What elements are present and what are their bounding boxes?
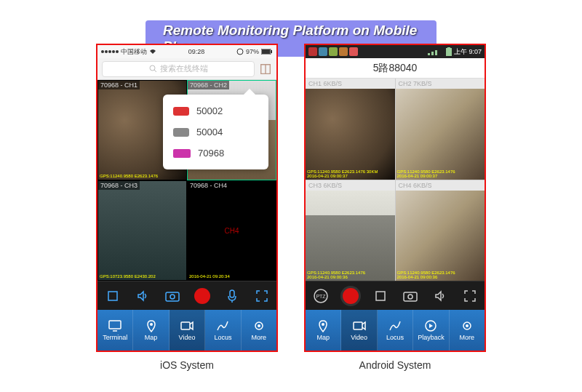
nav-label: More — [460, 334, 475, 341]
status-icon — [329, 47, 338, 56]
nav-label: Video — [351, 334, 367, 341]
bookmark-icon[interactable] — [259, 63, 272, 76]
tile-label: CH4 6KB/S — [396, 180, 485, 191]
android-phone: 上午 9:07 5路88040 CH1 6KB/S GPS:11240.9580… — [304, 44, 486, 352]
tile-label: 70968 - CH1 — [98, 81, 140, 89]
search-placeholder: 搜索在线终端 — [160, 63, 208, 74]
nav-label: Locus — [386, 334, 404, 341]
ios-caption: iOS System — [96, 359, 278, 371]
svg-rect-16 — [446, 48, 452, 56]
record-button[interactable] — [341, 287, 360, 305]
nav-playback[interactable]: Playback — [413, 310, 449, 351]
nav-label: Locus — [214, 334, 231, 341]
expand-button[interactable] — [252, 287, 271, 305]
bus-icon — [173, 149, 191, 158]
feed-overlay: GPS:11240.9580 E2623.14762016-04-21 09:0… — [397, 169, 455, 178]
android-bottom-nav: Map Video Locus Playback — [306, 310, 485, 351]
video-tile-ch3[interactable]: 70968 - CH3 GPS:10723.9580 E2430.202 — [97, 180, 187, 281]
vehicle-popup: 50002 50004 70968 — [163, 95, 268, 169]
gear-icon — [252, 319, 266, 332]
gear-icon — [460, 319, 474, 332]
video-icon — [352, 319, 367, 332]
svg-rect-20 — [376, 292, 385, 300]
svg-text:PTZ: PTZ — [316, 294, 326, 299]
expand-button[interactable] — [461, 287, 479, 305]
status-icon — [319, 47, 327, 56]
android-time: 上午 9:07 — [454, 47, 482, 57]
snapshot-button[interactable] — [401, 287, 420, 305]
svg-rect-10 — [109, 321, 121, 329]
nav-video[interactable]: Video — [341, 310, 377, 351]
status-icon — [308, 47, 317, 56]
nav-label: Map — [316, 334, 330, 341]
svg-point-4 — [150, 65, 155, 71]
vehicle-option[interactable]: 70968 — [163, 143, 268, 164]
phones-container: 中国移动 09:28 97% 搜索在线终端 — [0, 44, 582, 371]
ios-time: 09:28 — [188, 48, 205, 55]
vehicle-id: 50002 — [196, 105, 223, 116]
stop-button[interactable] — [371, 287, 390, 305]
svg-rect-21 — [404, 292, 417, 301]
vehicle-option[interactable]: 50002 — [163, 100, 268, 121]
video-tile-ch3[interactable]: CH3 6KB/S GPS:11240.9580 E2623.14762016-… — [306, 180, 395, 281]
svg-point-8 — [170, 295, 175, 299]
vehicle-id: 70968 — [198, 148, 224, 159]
nav-more[interactable]: More — [450, 310, 485, 351]
svg-point-27 — [466, 324, 469, 327]
locus-icon — [388, 319, 402, 332]
android-caption: Android System — [304, 359, 486, 371]
nav-locus[interactable]: Locus — [378, 310, 413, 351]
nav-locus[interactable]: Locus — [205, 310, 241, 351]
tile-label: 70968 - CH4 — [188, 181, 229, 190]
nav-label: More — [252, 334, 267, 341]
video-tile-ch4[interactable]: 70968 - CH4 CH4 2016-04-21 09:20:34 — [187, 180, 276, 281]
svg-rect-13 — [181, 322, 190, 329]
battery-pct: 97% — [246, 48, 259, 55]
signal-dots-icon — [101, 50, 119, 53]
search-icon — [149, 65, 157, 73]
feed-overlay: 2016-04-21 09:20:34 — [189, 274, 230, 279]
ios-phone: 中国移动 09:28 97% 搜索在线终端 — [96, 44, 278, 352]
nav-label: Video — [179, 334, 196, 341]
nav-map[interactable]: Map — [306, 310, 341, 351]
nav-more[interactable]: More — [242, 310, 276, 351]
stop-button[interactable] — [103, 287, 122, 305]
sound-button[interactable] — [133, 287, 152, 305]
nav-label: Map — [145, 334, 158, 341]
svg-point-23 — [322, 323, 324, 326]
car-icon — [173, 128, 189, 137]
nav-map[interactable]: Map — [133, 310, 169, 351]
video-tile-ch1[interactable]: CH1 6KB/S GPS:11240.9580 E2623.1476 30KM… — [306, 79, 395, 180]
search-input[interactable]: 搜索在线终端 — [102, 61, 255, 77]
video-tile-ch4[interactable]: CH4 6KB/S GPS:11240.9580 E2623.14762016-… — [396, 180, 485, 281]
no-signal-text: CH4 — [224, 227, 239, 235]
nav-terminal[interactable]: Terminal — [97, 310, 133, 351]
android-status-icons — [308, 47, 358, 56]
mic-button[interactable] — [223, 287, 242, 305]
sound-button[interactable] — [431, 287, 450, 305]
svg-line-5 — [154, 70, 156, 72]
snapshot-button[interactable] — [163, 287, 182, 305]
playback-icon — [423, 319, 438, 332]
video-tile-ch2[interactable]: CH2 7KB/S GPS:11240.9580 E2623.14762016-… — [396, 79, 485, 180]
nav-label: Terminal — [103, 334, 127, 341]
svg-rect-17 — [447, 47, 450, 49]
android-status-bar: 上午 9:07 — [306, 45, 485, 58]
status-icon — [339, 47, 348, 56]
svg-point-22 — [408, 295, 412, 299]
tile-label: 70968 - CH2 — [188, 81, 229, 89]
ptz-button[interactable]: PTZ — [311, 287, 330, 305]
feed-overlay: GPS:11240.9580 E2623.1476 — [100, 174, 158, 178]
svg-point-0 — [237, 49, 243, 55]
android-column: 上午 9:07 5路88040 CH1 6KB/S GPS:11240.9580… — [304, 44, 486, 371]
ios-column: 中国移动 09:28 97% 搜索在线终端 — [96, 44, 278, 371]
record-button[interactable] — [193, 287, 212, 305]
nav-video[interactable]: Video — [170, 310, 205, 351]
vehicle-option[interactable]: 50004 — [163, 121, 268, 143]
terminal-icon — [108, 319, 122, 332]
svg-rect-9 — [230, 290, 234, 297]
feed-overlay: GPS:11240.9580 E2623.14762016-04-21 09:0… — [397, 271, 455, 279]
svg-point-12 — [150, 323, 153, 326]
wifi-icon — [149, 49, 156, 55]
svg-rect-6 — [108, 292, 117, 300]
